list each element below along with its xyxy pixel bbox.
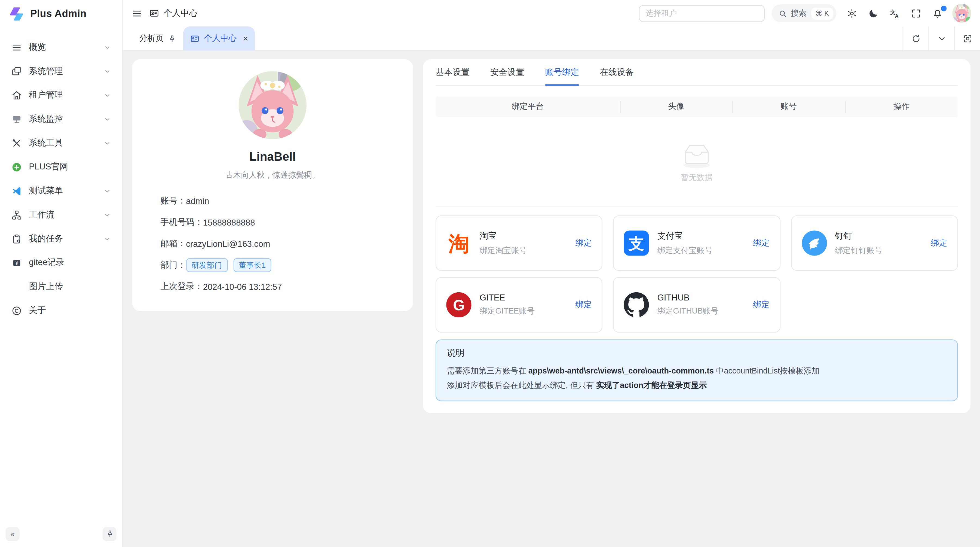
profile-field-row: 邮箱：crazyLionLi@163.com	[161, 233, 401, 254]
refresh-button[interactable]	[903, 26, 929, 50]
bind-link[interactable]: 绑定	[753, 299, 770, 311]
field-label: 账号：	[161, 195, 186, 207]
tenant-icon	[11, 89, 22, 100]
app-logo-icon	[8, 5, 25, 22]
sidebar-footer: «	[0, 521, 122, 547]
chevron-down-icon	[104, 187, 111, 194]
sidebar-item-label: gitee记录	[29, 257, 64, 268]
field-value: admin	[186, 196, 209, 206]
binding-text: GITHUB 绑定GITHUB账号	[657, 293, 719, 317]
user-avatar[interactable]	[952, 4, 971, 22]
empty-text: 暂无数据	[681, 172, 713, 183]
tenant-select-input[interactable]	[639, 5, 764, 22]
dept-tag: 董事长1	[233, 258, 271, 272]
binding-title: 淘宝	[480, 230, 527, 242]
tab-label: 个人中心	[204, 33, 237, 44]
tabs-menu-button[interactable]	[928, 26, 954, 50]
breadcrumb[interactable]: 个人中心	[149, 8, 197, 19]
note-text: 添加对应模板后会在此处显示绑定, 但只有	[447, 381, 596, 389]
fullscreen-icon[interactable]	[911, 8, 921, 19]
sidebar-item-image-upload[interactable]: 图片上传	[5, 274, 117, 298]
binding-title: 支付宝	[657, 230, 713, 242]
chevron-down-icon	[104, 68, 111, 75]
main-area: 个人中心 搜索 ⌘ K	[123, 0, 980, 547]
tools-icon	[11, 137, 22, 148]
note-lines: 需要添加第三方账号在 apps\web-antd\src\views\_core…	[447, 364, 947, 392]
profile-card: LinaBell 古木向人秋，惊蓬掠鬓稠。 账号：admin 手机号码：1588…	[132, 59, 413, 311]
binding-desc: 绑定淘宝账号	[480, 246, 527, 256]
sidebar-item-system-tools[interactable]: 系统工具	[5, 131, 117, 155]
settings-tab-0[interactable]: 基本设置	[436, 59, 469, 85]
sidebar-item-system-monitor[interactable]: 系统监控	[5, 107, 117, 131]
sidebar-item-test-menu[interactable]: 测试菜单	[5, 179, 117, 203]
sidebar-item-label: 系统管理	[29, 65, 63, 77]
sidebar-item-label: PLUS官网	[29, 161, 68, 173]
sidebar-item-plus-website[interactable]: PLUS官网	[5, 155, 117, 179]
pin-icon[interactable]	[168, 34, 176, 43]
settings-tab-1[interactable]: 安全设置	[490, 59, 524, 85]
sidebar-menu: 概览 系统管理 租户管理 系统监控 系统工具 PLUS官网 测试菜单	[0, 28, 122, 322]
settings-tabs: 基本设置安全设置账号绑定在线设备	[436, 59, 958, 86]
tab-profile-center[interactable]: 个人中心 ×	[183, 26, 255, 50]
sidebar-collapse-button[interactable]: «	[6, 527, 20, 541]
search-shortcut-badge: ⌘ K	[811, 7, 833, 19]
sidebar-item-system-management[interactable]: 系统管理	[5, 59, 117, 83]
sidebar-item-gitee-records[interactable]: gitee记录	[5, 250, 117, 274]
header: 个人中心 搜索 ⌘ K	[123, 0, 980, 26]
field-label: 部门：	[161, 260, 186, 271]
chevron-down-icon	[104, 115, 111, 122]
search-label: 搜索	[791, 8, 807, 19]
binding-text: 支付宝 绑定支付宝账号	[657, 230, 713, 256]
note-line: 需要添加第三方账号在 apps\web-antd\src\views\_core…	[447, 364, 947, 378]
tab-analysis-page[interactable]: 分析页	[132, 26, 183, 50]
bind-link[interactable]: 绑定	[576, 238, 592, 249]
binding-card-alipay: 支付宝 绑定支付宝账号 绑定	[613, 215, 780, 271]
profile-motto: 古木向人秋，惊蓬掠鬓稠。	[132, 170, 413, 180]
header-actions	[846, 8, 943, 19]
language-translate-icon[interactable]	[889, 8, 900, 19]
taobao-logo-icon	[446, 230, 471, 255]
binding-title: GITHUB	[657, 293, 719, 302]
field-value: 2024-10-06 13:12:57	[203, 282, 282, 292]
binding-desc: 绑定支付宝账号	[657, 246, 713, 256]
binding-cards-grid: 淘宝 绑定淘宝账号 绑定 支付宝 绑定支付宝账号 绑定 钉钉 绑定钉钉账号 绑定…	[436, 215, 958, 333]
note-text: 中accountBindList按模板添加	[714, 367, 819, 375]
settings-gear-icon[interactable]	[846, 8, 857, 19]
binding-title: 钉钉	[835, 230, 882, 242]
profile-avatar	[239, 71, 307, 139]
overview-icon	[11, 42, 22, 53]
sidebar-item-my-tasks[interactable]: 我的任务	[5, 226, 117, 250]
sidebar-item-overview[interactable]: 概览	[5, 35, 117, 59]
sidebar-item-tenant-management[interactable]: 租户管理	[5, 83, 117, 107]
sidebar-item-workflow[interactable]: 工作流	[5, 203, 117, 226]
content-maximize-button[interactable]	[954, 26, 980, 50]
binding-desc: 绑定GITHUB账号	[657, 306, 719, 317]
logo-area[interactable]: Plus Admin	[0, 0, 122, 28]
binding-text: 钉钉 绑定钉钉账号	[835, 230, 882, 256]
sysmgmt-icon	[11, 66, 22, 77]
bind-link[interactable]: 绑定	[931, 238, 947, 249]
tabs-bar-actions	[903, 26, 980, 50]
maximize-icon	[963, 34, 972, 43]
bind-link[interactable]: 绑定	[576, 299, 592, 311]
settings-tab-2[interactable]: 账号绑定	[545, 59, 579, 85]
sidebar-item-label: 测试菜单	[29, 185, 63, 197]
tab-label: 分析页	[139, 33, 164, 44]
close-icon[interactable]: ×	[243, 34, 248, 43]
notifications-bell-button[interactable]	[932, 8, 943, 19]
sidebar-pin-button[interactable]	[103, 527, 116, 541]
settings-tab-3[interactable]: 在线设备	[600, 59, 634, 85]
sidebar-item-label: 概览	[29, 41, 46, 53]
sidebar-item-about[interactable]: 关于	[5, 298, 117, 322]
field-label: 手机号码：	[161, 217, 203, 228]
table-column-header: 账号	[732, 101, 845, 112]
app-title: Plus Admin	[30, 8, 87, 20]
dark-mode-moon-icon[interactable]	[868, 8, 878, 19]
global-search[interactable]: 搜索 ⌘ K	[772, 4, 837, 22]
sidebar-toggle-icon[interactable]	[132, 8, 142, 19]
idcard-icon	[190, 34, 200, 43]
chevron-down-icon	[937, 34, 947, 43]
profile-field-row: 部门：研发部门董事长1	[161, 254, 401, 276]
bind-link[interactable]: 绑定	[753, 238, 770, 249]
note-box: 说明 需要添加第三方账号在 apps\web-antd\src\views\_c…	[436, 340, 958, 401]
